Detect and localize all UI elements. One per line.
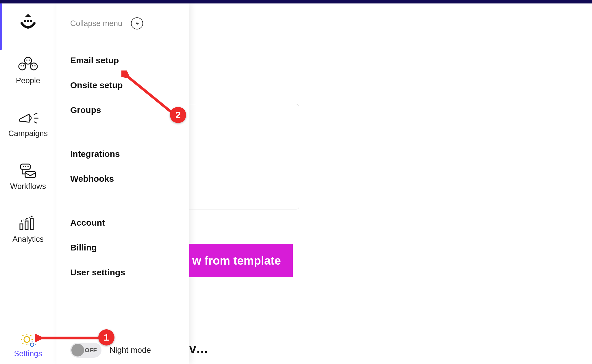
svg-rect-20 (20, 224, 23, 230)
settings-panel: Collapse menu Email setup Onsite setup G… (56, 3, 189, 364)
svg-point-5 (30, 63, 37, 70)
menu-link-integrations[interactable]: Integrations (70, 149, 175, 159)
collapse-menu-row[interactable]: Collapse menu (70, 17, 175, 29)
megaphone-icon (16, 109, 40, 126)
svg-point-27 (30, 343, 34, 346)
svg-line-12 (34, 113, 37, 115)
annotation-badge-1: 1 (98, 329, 114, 346)
nav-item-people[interactable]: People (14, 55, 42, 85)
svg-point-8 (21, 65, 22, 66)
nav-label: Analytics (12, 235, 44, 244)
nav-label: Campaigns (8, 129, 48, 138)
new-from-template-button[interactable]: w from template (189, 244, 293, 277)
svg-rect-21 (25, 221, 28, 230)
template-button-label: w from template (192, 254, 281, 267)
svg-point-0 (24, 20, 26, 22)
svg-rect-22 (30, 219, 33, 230)
nav-item-campaigns[interactable]: Campaigns (8, 108, 48, 138)
analytics-icon (16, 215, 40, 231)
gear-icon (19, 333, 37, 348)
nav-label: Workflows (10, 182, 46, 191)
menu-link-account[interactable]: Account (70, 218, 175, 228)
menu-link-user-settings[interactable]: User settings (70, 268, 175, 277)
night-mode-label: Night mode (110, 346, 151, 355)
menu-link-email-setup[interactable]: Email setup (70, 55, 175, 65)
menu-link-webhooks[interactable]: Webhooks (70, 174, 175, 184)
collapse-menu-button[interactable] (131, 17, 143, 29)
brand-logo[interactable] (18, 12, 38, 32)
workflow-icon (16, 162, 40, 179)
brand-logo-icon (19, 13, 37, 31)
nav-item-workflows[interactable]: Workflows (10, 161, 46, 191)
collapse-menu-label: Collapse menu (70, 19, 122, 28)
primary-nav-rail: People Campaigns (0, 3, 56, 364)
svg-line-30 (127, 76, 173, 114)
svg-point-26 (24, 337, 30, 342)
svg-point-10 (32, 65, 33, 66)
app-root: People Campaigns (0, 3, 592, 364)
svg-point-4 (19, 63, 26, 70)
svg-point-17 (25, 166, 26, 167)
svg-point-6 (26, 60, 27, 61)
truncated-heading: v… (189, 342, 208, 356)
nav-item-analytics[interactable]: Analytics (12, 214, 44, 244)
svg-point-9 (23, 65, 24, 66)
svg-point-2 (30, 20, 32, 22)
partial-card-outline (189, 104, 299, 209)
svg-point-1 (27, 20, 29, 22)
svg-point-11 (34, 65, 36, 66)
people-icon (16, 57, 40, 73)
rail-accent-bar (0, 3, 2, 50)
panel-divider (70, 133, 175, 133)
top-bar (0, 0, 592, 3)
annotation-badge-2: 2 (170, 107, 186, 123)
svg-point-7 (29, 60, 30, 61)
svg-line-14 (34, 122, 37, 123)
panel-divider (70, 202, 175, 202)
nav-label: Settings (14, 349, 42, 358)
menu-link-billing[interactable]: Billing (70, 243, 175, 252)
svg-rect-19 (25, 172, 36, 177)
toggle-state-label: OFF (85, 347, 97, 354)
main-content: w from template v… (189, 3, 592, 364)
svg-point-18 (27, 166, 29, 167)
arrow-left-icon (134, 21, 140, 26)
nav-label: People (16, 76, 40, 85)
svg-point-16 (23, 166, 24, 167)
svg-point-3 (25, 57, 32, 64)
